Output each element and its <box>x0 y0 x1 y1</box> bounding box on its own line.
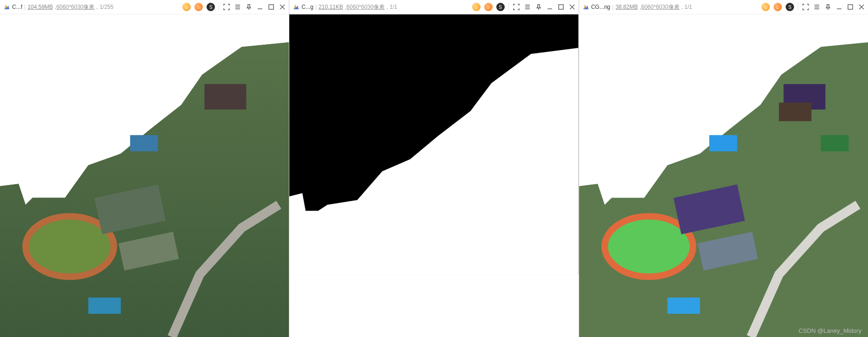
separator: | <box>24 4 26 10</box>
close-icon[interactable] <box>568 3 576 11</box>
image-dimensions: ,6060*6030像素 <box>640 3 679 11</box>
image-viewport[interactable] <box>0 14 289 337</box>
s-badge-icon[interactable]: S <box>786 3 794 11</box>
skin-icon[interactable]: ☺ <box>182 3 191 11</box>
toolbar-divider <box>798 3 798 11</box>
toolbar-icons: ☺ ♨ S <box>182 3 286 11</box>
titlebar: CG...ng | 38.82MB ,6060*6030像素 , 1/1 ☺ ♨… <box>579 0 868 14</box>
app-logo-icon <box>292 3 300 11</box>
pin-icon[interactable] <box>824 3 832 11</box>
window-title: C...g <box>301 4 313 10</box>
menu-icon[interactable] <box>524 3 531 11</box>
file-size[interactable]: 104.59MB <box>27 4 53 10</box>
flame-icon[interactable]: ♨ <box>194 3 203 11</box>
svg-rect-33 <box>821 135 848 152</box>
viewer-pane-2: C...g | 210.11KB ,6060*6030像素 , 1/1 ☺ ♨ … <box>289 0 578 337</box>
image-dimensions: ,6060*6030像素 <box>345 3 385 11</box>
fullscreen-icon[interactable] <box>513 3 520 11</box>
image-viewport[interactable] <box>289 14 578 337</box>
menu-icon[interactable] <box>813 3 821 11</box>
pin-icon[interactable] <box>245 3 253 11</box>
zoom-ratio: , 1/1 <box>681 4 692 10</box>
mask-image <box>289 14 578 337</box>
titlebar: C...g | 210.11KB ,6060*6030像素 , 1/1 ☺ ♨ … <box>289 0 578 14</box>
pin-icon[interactable] <box>535 3 542 11</box>
app-logo-icon <box>3 3 10 11</box>
svg-rect-15 <box>559 5 563 9</box>
toolbar-divider <box>508 3 509 11</box>
toolbar-divider <box>219 3 219 11</box>
skin-icon[interactable]: ☺ <box>761 3 770 11</box>
file-size[interactable]: 38.82MB <box>615 4 638 10</box>
maximize-icon[interactable] <box>847 3 854 11</box>
viewer-pane-3: CG...ng | 38.82MB ,6060*6030像素 , 1/1 ☺ ♨… <box>579 0 868 337</box>
titlebar: C...f | 104.59MB ,6060*6030像素 , 1/255 ☺ … <box>0 0 289 14</box>
menu-icon[interactable] <box>234 3 241 11</box>
separator: | <box>315 4 317 10</box>
zoom-ratio: , 1/1 <box>387 4 397 10</box>
minimize-icon[interactable] <box>256 3 264 11</box>
orthophoto-image <box>0 14 289 337</box>
svg-rect-22 <box>848 5 853 9</box>
svg-rect-32 <box>779 103 811 121</box>
separator: | <box>612 4 614 10</box>
viewer-pane-1: C...f | 104.59MB ,6060*6030像素 , 1/255 ☺ … <box>0 0 289 337</box>
s-badge-icon[interactable]: S <box>496 3 505 11</box>
app-logo-icon <box>582 3 589 11</box>
svg-rect-12 <box>88 297 121 314</box>
image-viewport[interactable] <box>579 14 868 337</box>
fullscreen-icon[interactable] <box>802 3 809 11</box>
svg-rect-2 <box>269 5 274 9</box>
minimize-icon[interactable] <box>546 3 554 11</box>
window-title: C...f <box>12 4 22 10</box>
flame-icon[interactable]: ♨ <box>774 3 782 11</box>
toolbar-icons: ☺ ♨ S <box>472 3 576 11</box>
image-dimensions: ,6060*6030像素 <box>55 3 94 11</box>
orthophoto-enhanced-image <box>579 14 868 337</box>
svg-rect-31 <box>667 297 700 314</box>
zoom-ratio: , 1/255 <box>96 4 114 10</box>
file-size[interactable]: 210.11KB <box>319 4 343 10</box>
maximize-icon[interactable] <box>557 3 565 11</box>
s-badge-icon[interactable]: S <box>207 3 215 11</box>
toolbar-icons: ☺ ♨ S <box>761 3 865 11</box>
fullscreen-icon[interactable] <box>223 3 230 11</box>
maximize-icon[interactable] <box>267 3 275 11</box>
svg-rect-10 <box>205 84 247 110</box>
minimize-icon[interactable] <box>835 3 843 11</box>
svg-rect-19 <box>289 274 578 337</box>
window-title: CG...ng <box>591 4 610 10</box>
svg-rect-11 <box>130 135 158 152</box>
close-icon[interactable] <box>279 3 286 11</box>
svg-rect-30 <box>709 135 737 152</box>
close-icon[interactable] <box>858 3 865 11</box>
flame-icon[interactable]: ♨ <box>484 3 493 11</box>
skin-icon[interactable]: ☺ <box>472 3 481 11</box>
